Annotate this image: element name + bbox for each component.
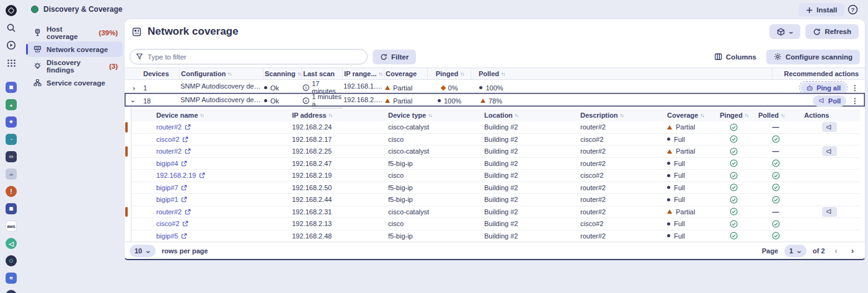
device-row[interactable]: router#2 192.168.2.25 cisco-catalyst Bui… — [131, 146, 860, 158]
device-row[interactable]: cisco#2 192.168.2.17 cisco Building #2 c… — [131, 134, 860, 146]
monitor-app-icon[interactable]: ▭ — [5, 151, 17, 163]
col-header-scanning[interactable]: Scanning↑↓ — [263, 68, 301, 79]
layers-app-icon[interactable]: ≋ — [5, 272, 17, 284]
filter-input[interactable] — [130, 49, 368, 64]
device-link[interactable]: bigip#4 — [156, 160, 187, 167]
col-header-sub-polled[interactable]: Polled↑↓ — [753, 112, 799, 119]
device-link[interactable]: router#2 — [156, 208, 191, 216]
device-link[interactable]: router#2 — [156, 123, 191, 131]
ping-all-button[interactable]: Ping all — [800, 82, 846, 94]
col-header-device-name[interactable]: Device name↑↓ — [131, 112, 286, 119]
check-circle-icon — [730, 220, 738, 228]
device-row[interactable]: 192.168.2.19 192.168.2.19 cisco Building… — [131, 170, 860, 182]
sidebar-item-discovery-findings[interactable]: Discovery findings (3) — [26, 58, 123, 74]
col-header-ip-address[interactable]: IP address↑↓ — [286, 112, 383, 119]
cloud-app-icon[interactable]: ☁ — [5, 168, 17, 180]
poll-button[interactable]: Poll — [813, 95, 846, 107]
external-link-icon — [182, 136, 188, 142]
device-link[interactable]: bigip#1 — [156, 196, 187, 203]
row-menu-icon[interactable]: ⋮ — [851, 97, 859, 105]
configure-scanning-button[interactable]: Configure scanning — [766, 50, 860, 64]
table-row-expanded[interactable]: › 18 SNMP Autodiscovery demo.l... Ok 1 m… — [125, 93, 865, 107]
subtable-header-row: Device name↑↓ IP address↑↓ Device type↑↓… — [131, 109, 860, 121]
device-row[interactable]: bigip#1 192.168.2.44 f5-big-ip Building … — [131, 194, 860, 206]
install-button[interactable]: Install — [799, 3, 844, 17]
page-label: Page — [762, 247, 778, 255]
sidebar-item-host-coverage[interactable]: Host coverage (39%) — [26, 25, 123, 40]
col-header-description[interactable]: Description↑↓ — [575, 112, 662, 119]
col-header-last-scan[interactable]: Last scan — [301, 68, 342, 79]
table-header-row: Devices Configuration↑↓ Scanning↑↓ Last … — [125, 68, 865, 80]
sidebar-item-service-coverage[interactable]: Service coverage — [26, 75, 123, 90]
check-circle-icon — [730, 183, 738, 191]
filter-button[interactable]: Filter — [373, 50, 416, 64]
refresh-button[interactable]: Refresh — [805, 24, 859, 39]
device-row[interactable]: bigip#7 192.168.2.50 f5-big-ip Building … — [131, 182, 860, 195]
rows-per-page-select[interactable]: 10 ⌄ — [130, 245, 156, 257]
compass-app-icon[interactable] — [5, 255, 17, 267]
col-header-coverage[interactable]: Coverage — [384, 68, 427, 79]
device-link[interactable]: bigip#7 — [156, 184, 187, 191]
coverage-cell: Full — [662, 230, 714, 242]
polled-cell — [753, 230, 799, 242]
alert-app-icon[interactable]: ! — [5, 185, 17, 198]
refresh-icon — [813, 28, 821, 36]
collapse-chevron-icon[interactable]: › — [126, 92, 141, 110]
device-link[interactable]: cisco#2 — [156, 220, 188, 227]
device-row[interactable]: router#2 192.168.2.31 cisco-catalyst Bui… — [131, 206, 860, 219]
actions-cell — [799, 158, 860, 170]
col-header-sub-pinged[interactable]: Pinged↑↓ — [714, 112, 753, 119]
sort-icon: ↑↓ — [228, 71, 231, 77]
ip-address-cell: 192.168.2.19 — [286, 170, 383, 181]
external-link-icon — [185, 124, 191, 130]
device-row[interactable]: router#2 192.168.2.24 cisco-catalyst Bui… — [131, 121, 860, 134]
search-icon[interactable] — [5, 22, 17, 34]
help-icon[interactable]: ? — [847, 4, 859, 15]
play-circle-icon[interactable] — [5, 39, 17, 51]
mosaic-app-icon[interactable]: ▩ — [5, 203, 17, 215]
poll-action-button[interactable] — [822, 146, 837, 156]
camera-app-icon[interactable]: ◉ — [5, 289, 17, 293]
logo-icon[interactable] — [5, 4, 17, 17]
col-header-ip-range[interactable]: IP range...↑↓ — [342, 68, 384, 79]
aws-app-icon[interactable]: aws — [5, 220, 17, 232]
play-app-icon[interactable]: ◁ — [5, 237, 17, 250]
device-row[interactable]: bigip#4 192.168.2.47 f5-big-ip Building … — [131, 158, 860, 170]
col-header-devices[interactable]: Devices — [142, 68, 179, 79]
row-menu-icon[interactable]: ⋮ — [851, 84, 859, 92]
columns-button[interactable]: Columns — [711, 50, 760, 64]
col-header-configuration[interactable]: Configuration↑↓ — [179, 68, 263, 79]
poll-action-button[interactable] — [822, 122, 837, 132]
polled-cell — [753, 182, 799, 194]
device-link[interactable]: cisco#2 — [156, 136, 188, 143]
col-header-pinged[interactable]: Pinged↑↓ — [427, 68, 471, 79]
sidebar-item-network-coverage[interactable]: Network coverage — [26, 42, 123, 57]
col-header-polled[interactable]: Polled↑↓ — [471, 68, 511, 79]
description-cell: router#2 — [575, 158, 662, 170]
pinged-cell — [714, 194, 753, 206]
device-link[interactable]: 192.168.2.19 — [156, 172, 205, 179]
poll-action-button[interactable] — [822, 207, 837, 217]
package-dropdown-button[interactable]: ⌄ — [769, 24, 801, 39]
col-header-device-type[interactable]: Device type↑↓ — [383, 112, 479, 119]
device-link[interactable]: bigip#5 — [156, 232, 187, 240]
page-select[interactable]: 1 ⌄ — [784, 245, 807, 257]
cubes-app-icon[interactable]: ▦ — [5, 81, 17, 94]
col-header-location[interactable]: Location↑↓ — [479, 112, 575, 119]
apps-grid-icon[interactable] — [5, 56, 17, 69]
col-header-sub-coverage[interactable]: Coverage↑↓ — [662, 112, 714, 119]
info-icon — [303, 84, 309, 91]
megaphone-icon — [826, 148, 833, 155]
device-link[interactable]: router#2 — [156, 147, 191, 155]
globe-app-icon[interactable]: ◔ — [5, 133, 17, 146]
tiles-app-icon[interactable]: ❖ — [5, 116, 17, 128]
prev-page-button[interactable]: ‹ — [831, 246, 841, 255]
last-scan-cell[interactable]: 1 minutes a — [301, 93, 342, 108]
plus-icon — [806, 7, 813, 14]
next-page-button[interactable]: › — [848, 246, 857, 255]
table-row[interactable]: › 1 SNMP Autodiscovery demo.l... Ok 17 m… — [125, 80, 865, 93]
gallery-app-icon[interactable]: ▲ — [5, 98, 17, 111]
device-name-cell: bigip#7 — [131, 182, 286, 194]
device-row[interactable]: bigip#5 192.168.2.48 f5-big-ip Building … — [131, 230, 860, 243]
device-row[interactable]: cisco#2 192.168.2.13 cisco Building #2 c… — [131, 218, 860, 230]
